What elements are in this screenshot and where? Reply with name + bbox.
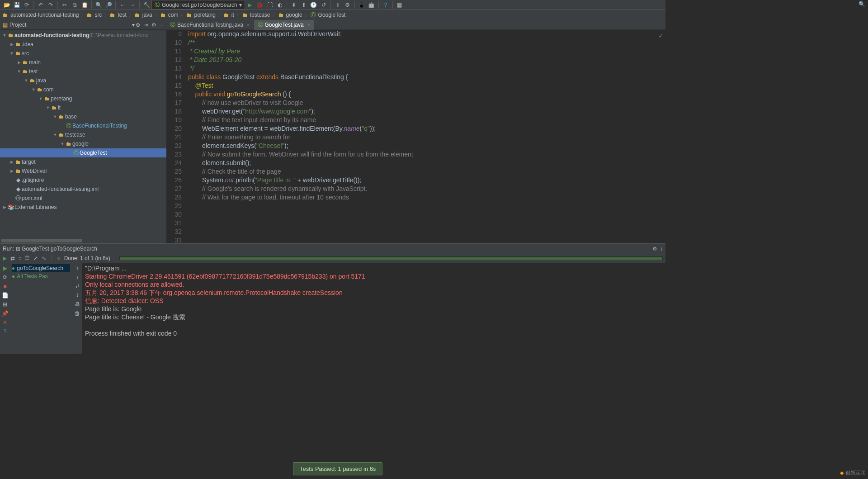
- help-run-icon[interactable]: ?: [4, 328, 7, 335]
- paste-icon[interactable]: 📋: [81, 1, 88, 9]
- collapse-all-icon[interactable]: ⇥: [144, 22, 148, 28]
- main-toolbar: 📂 💾 ⟳ ↶ ↷ ✂ ⧉ 📋 🔍 🔎 ← → 🔨 ⒸGoogleTest.go…: [0, 0, 665, 10]
- tree-node-peretang[interactable]: ▼🖿peretang: [0, 94, 166, 103]
- breadcrumb-item[interactable]: 🖿 testcase: [242, 12, 270, 18]
- test-tree[interactable]: ●goToGoogleSearch ●All Tests Pas: [10, 263, 72, 354]
- tree-node-target[interactable]: ▶🖿target: [0, 157, 166, 166]
- coverage-icon[interactable]: ⛶: [266, 1, 274, 9]
- tree-node--gitignore[interactable]: ◆.gitignore: [0, 175, 166, 185]
- expand-icon[interactable]: ⤢: [33, 255, 38, 261]
- tree-node-com[interactable]: ▼🖿com: [0, 85, 166, 94]
- breadcrumb-item[interactable]: 🖿 src: [87, 12, 102, 18]
- tree-node-java[interactable]: ▼🖿java: [0, 76, 166, 85]
- more-icon[interactable]: ▦: [396, 1, 403, 9]
- tree-node-basefunctionaltesting[interactable]: ⒸBaseFunctionalTesting: [0, 121, 166, 130]
- debug-icon[interactable]: 🐞: [256, 1, 264, 9]
- breadcrumb-item[interactable]: 🖿 java: [135, 12, 152, 18]
- breadcrumb-item[interactable]: Ⓒ GoogleTest: [311, 11, 346, 19]
- save-icon[interactable]: 💾: [13, 1, 20, 9]
- tree-node--idea[interactable]: ▶🖿.idea: [0, 40, 166, 49]
- down-stack-icon[interactable]: ↓: [76, 274, 79, 280]
- console-output[interactable]: "D:\Program ...Starting ChromeDriver 2.2…: [82, 263, 665, 354]
- code-editor[interactable]: 9101112131415161718192021222324252627282…: [166, 30, 665, 243]
- breadcrumb-item[interactable]: 🖿 com: [160, 12, 179, 18]
- tab-googletest-java[interactable]: ⒸGoogleTest.java×: [254, 20, 315, 30]
- soft-wrap-icon[interactable]: ↲: [75, 283, 80, 289]
- redo-icon[interactable]: ↷: [47, 1, 54, 9]
- forward-icon[interactable]: →: [129, 1, 136, 9]
- vcs-revert-icon[interactable]: ↺: [320, 1, 327, 9]
- test-result-node[interactable]: ●All Tests Pas: [12, 272, 70, 280]
- rerun-icon[interactable]: ▶: [3, 255, 7, 261]
- filter-icon[interactable]: ☰: [25, 255, 30, 261]
- vcs-history-icon[interactable]: 🕑: [310, 1, 317, 9]
- sort-icon[interactable]: ↕︎: [19, 255, 21, 261]
- tree-node-googletest[interactable]: ⒸGoogleTest: [0, 148, 166, 157]
- breadcrumb-item[interactable]: 🖿 it: [224, 12, 234, 18]
- breadcrumb: 🖿 automated-functional-testing〉🖿 src〉🖿 t…: [0, 10, 665, 20]
- tree-node-automated-functional-testing-iml[interactable]: ◆automated-functional-testing.iml: [0, 185, 166, 194]
- tab-basefunctionaltesting-java[interactable]: ⒸBaseFunctionalTesting.java×: [166, 20, 254, 30]
- tab-close-icon[interactable]: ×: [307, 22, 310, 28]
- vcs-update-icon[interactable]: ⬇: [290, 1, 297, 9]
- open-icon[interactable]: 📂: [3, 1, 10, 9]
- stop-icon[interactable]: ■: [3, 283, 6, 289]
- rerun-tests-icon[interactable]: ▶: [3, 265, 7, 271]
- tree-node-webdriver[interactable]: ▶🖿WebDriver: [0, 166, 166, 175]
- help-icon[interactable]: ?: [382, 1, 389, 9]
- profile-icon[interactable]: ◐: [276, 1, 283, 9]
- tree-node-it[interactable]: ▼🖿it: [0, 103, 166, 112]
- tree-node-main[interactable]: ▶🖿main: [0, 58, 166, 67]
- tree-node-src[interactable]: ▼🖿src: [0, 49, 166, 58]
- tab-close-icon[interactable]: ×: [247, 22, 250, 28]
- tree-root[interactable]: ▼🖿automated-functional-testing (E:\Pere\…: [0, 31, 166, 40]
- pin-icon[interactable]: 📌: [2, 310, 9, 317]
- gear-icon[interactable]: ⚙: [151, 22, 156, 28]
- tree-node-base[interactable]: ▼🖿base: [0, 112, 166, 121]
- cut-icon[interactable]: ✂: [61, 1, 68, 9]
- run-config-selector[interactable]: ⒸGoogleTest.goToGoogleSearch▾: [151, 0, 245, 9]
- collapse-icon[interactable]: ⤡: [42, 255, 46, 261]
- breadcrumb-item[interactable]: 🖿 peretang: [186, 12, 215, 18]
- horizontal-scrollbar[interactable]: [0, 239, 166, 243]
- prev-icon[interactable]: «: [57, 255, 61, 261]
- run-icon[interactable]: ▶: [246, 1, 254, 9]
- find-icon[interactable]: 🔍: [95, 1, 102, 9]
- close-icon[interactable]: ✕: [3, 319, 7, 326]
- project-panel-header: ▤ Project ▾ ⊕ ⇥ ⚙ –: [0, 20, 166, 30]
- vcs-commit-icon[interactable]: ⬆: [300, 1, 307, 9]
- build-icon[interactable]: 🔨: [143, 1, 150, 9]
- undo-icon[interactable]: ↶: [37, 1, 44, 9]
- print-icon[interactable]: 🖶: [75, 301, 80, 308]
- layout-icon[interactable]: ⊞: [3, 301, 7, 308]
- refresh-icon[interactable]: ⟳: [23, 1, 30, 9]
- hide-icon[interactable]: –: [160, 22, 163, 28]
- clear-icon[interactable]: 🗑: [75, 310, 80, 317]
- tree-external-libraries[interactable]: ▶📚External Libraries: [0, 203, 166, 212]
- tree-node-pom-xml[interactable]: ⓜpom.xml: [0, 194, 166, 203]
- scroll-end-icon[interactable]: ⤓: [75, 292, 80, 299]
- breadcrumb-item[interactable]: 🖿 google: [278, 12, 302, 18]
- dump-icon[interactable]: 📄: [2, 292, 9, 299]
- test-root-node[interactable]: ●goToGoogleSearch: [12, 264, 70, 272]
- scroll-from-source-icon[interactable]: ⊕: [136, 22, 140, 28]
- project-tree[interactable]: ▼🖿automated-functional-testing (E:\Pere\…: [0, 30, 166, 239]
- rerun-failed-icon[interactable]: ⟳: [3, 274, 7, 280]
- toggle-auto-test-icon[interactable]: ⇄: [10, 255, 15, 261]
- tree-node-test[interactable]: ▼🖿test: [0, 67, 166, 76]
- replace-icon[interactable]: 🔎: [105, 1, 112, 9]
- back-icon[interactable]: ←: [119, 1, 126, 9]
- tree-node-google[interactable]: ▼🖿google: [0, 139, 166, 148]
- breadcrumb-item[interactable]: 🖿 automated-functional-testing: [3, 12, 79, 18]
- structure-icon[interactable]: ⫴: [334, 1, 341, 9]
- up-stack-icon[interactable]: ↑: [76, 265, 79, 271]
- run-panel-header: Run: ⊞ GoogleTest.goToGoogleSearch ⚙ ↓: [0, 243, 665, 253]
- settings-icon[interactable]: ⚙: [344, 1, 351, 9]
- tree-node-testcase[interactable]: ▼🖿testcase: [0, 130, 166, 139]
- copy-icon[interactable]: ⧉: [71, 1, 78, 9]
- run-minimize-icon[interactable]: ↓: [660, 246, 663, 252]
- avd-icon[interactable]: 📱: [358, 1, 365, 9]
- run-settings-icon[interactable]: ⚙: [652, 246, 657, 252]
- breadcrumb-item[interactable]: 🖿 test: [110, 12, 126, 18]
- sdk-icon[interactable]: 🤖: [368, 1, 375, 9]
